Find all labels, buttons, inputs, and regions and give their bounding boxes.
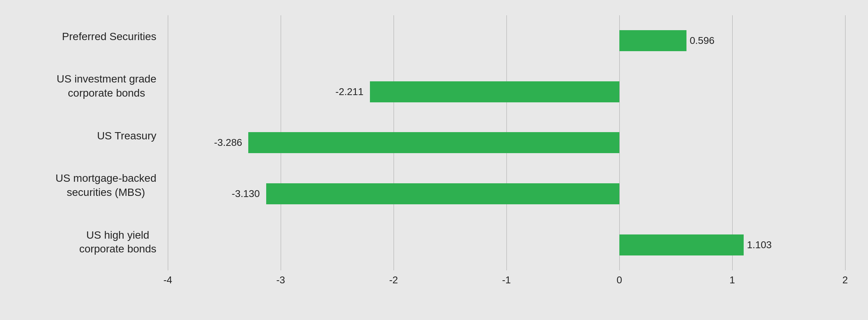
bar-value-label-1: -2.211 (336, 86, 364, 98)
y-label-text-4: US high yieldcorporate bonds (79, 228, 156, 256)
y-label-text-1: US investment gradecorporate bonds (57, 72, 156, 100)
grid-line (845, 15, 845, 270)
chart-container: Preferred Securities US investment grade… (0, 0, 868, 320)
bar-value-label-4: 1.103 (747, 239, 772, 251)
y-labels: Preferred Securities US investment grade… (23, 15, 168, 270)
y-label-text-0: Preferred Securities (62, 30, 156, 44)
chart-area: Preferred Securities US investment grade… (23, 15, 845, 270)
bar-row: -3.286 (168, 129, 845, 156)
bar-0 (619, 30, 686, 51)
y-label-0: Preferred Securities (23, 30, 160, 44)
bar-row: 1.103 (168, 231, 845, 258)
x-tick-1: -3 (276, 274, 285, 286)
x-tick-2: -2 (389, 274, 398, 286)
bar-row: -3.130 (168, 181, 845, 207)
y-label-3: US mortgage-backedsecurities (MBS) (23, 171, 160, 199)
bar-3 (266, 183, 619, 204)
y-label-1: US investment gradecorporate bonds (23, 72, 160, 100)
bar-2 (248, 132, 619, 153)
x-axis: -4-3-2-1012 (168, 274, 845, 289)
bar-value-label-2: -3.286 (214, 137, 242, 149)
y-label-4: US high yieldcorporate bonds (23, 228, 160, 256)
x-tick-6: 2 (842, 274, 848, 286)
bar-value-label-0: 0.596 (690, 35, 714, 47)
x-tick-0: -4 (163, 274, 172, 286)
bar-4 (619, 234, 744, 255)
bars-area: 0.596-2.211-3.286-3.1301.103 (168, 15, 845, 270)
y-label-text-3: US mortgage-backedsecurities (MBS) (55, 171, 156, 199)
x-tick-4: 0 (617, 274, 622, 286)
bar-1 (370, 81, 619, 102)
bar-value-label-3: -3.130 (232, 188, 260, 200)
x-tick-3: -1 (502, 274, 511, 286)
bar-row: 0.596 (168, 27, 845, 54)
bar-row: -2.211 (168, 78, 845, 105)
x-tick-5: 1 (730, 274, 735, 286)
y-label-2: US Treasury (23, 129, 160, 143)
y-label-text-2: US Treasury (97, 129, 156, 143)
